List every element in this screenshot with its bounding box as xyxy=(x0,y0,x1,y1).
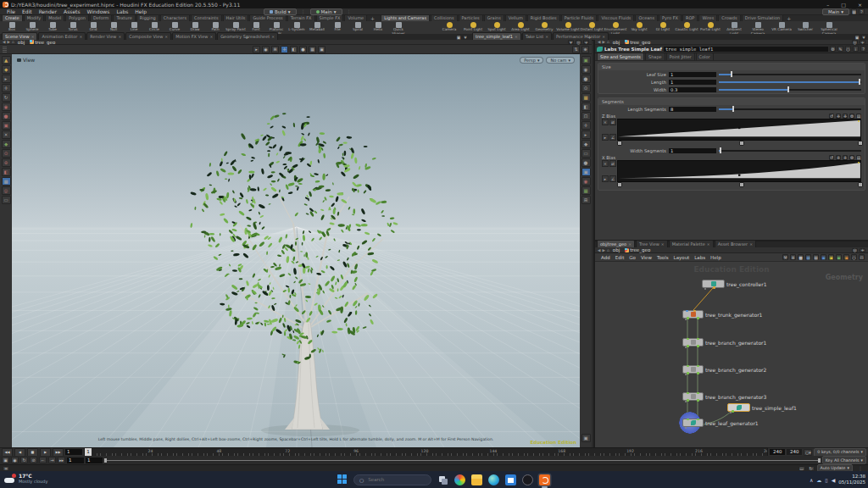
maximize-button[interactable]: □ xyxy=(841,2,846,8)
ramp-type-icon[interactable]: ∠ xyxy=(609,175,616,182)
path-context[interactable]: obj xyxy=(611,40,621,45)
prev-frame-button[interactable]: ◀ xyxy=(14,448,25,457)
close-tab-icon[interactable]: × xyxy=(31,35,35,39)
search-input[interactable] xyxy=(366,476,429,483)
app-icon[interactable] xyxy=(522,474,533,485)
edge-browser-icon[interactable] xyxy=(488,474,499,485)
display-icon[interactable]: ⊡ xyxy=(859,254,865,260)
forward-icon[interactable]: ▶ xyxy=(602,248,604,252)
ramp-delete-icon[interactable]: × xyxy=(602,119,609,125)
network-pane-tab[interactable]: obj/tree_geo× xyxy=(597,240,635,247)
shelf-tab[interactable]: Characters xyxy=(160,15,190,21)
color-orange-icon[interactable]: ▣ xyxy=(843,254,849,260)
input-connector[interactable] xyxy=(686,310,688,313)
back-icon[interactable]: ◀ xyxy=(598,248,600,252)
audio-toggle-icon[interactable]: ◉ xyxy=(11,457,19,463)
info-icon[interactable]: i xyxy=(853,46,859,52)
cook-icon[interactable]: ↻ xyxy=(808,466,815,471)
shelf-tool[interactable]: Spherical Camera xyxy=(817,21,841,35)
photos-app-icon[interactable] xyxy=(454,474,465,485)
ramp-point-icon[interactable]: ▸ xyxy=(602,134,609,141)
node-name-field[interactable]: tree_simple_leaf1 xyxy=(664,47,828,52)
node-trunk-generator[interactable]: tree_trunk_generator1 xyxy=(682,310,704,319)
ramp-presets-icon[interactable]: ▤ xyxy=(856,155,861,160)
node-branch-generator3[interactable]: tree_branch_generator3 xyxy=(682,392,704,401)
home-icon[interactable]: ⌂ xyxy=(607,40,609,44)
selected-tool-icon[interactable]: ▦ xyxy=(2,177,11,186)
output-connector[interactable] xyxy=(687,317,689,319)
range-end-field[interactable]: 240 xyxy=(770,449,785,455)
path-plus-icon[interactable]: + xyxy=(583,40,589,44)
output-connector[interactable] xyxy=(713,286,715,289)
shelf-tool[interactable]: Switcher xyxy=(793,21,817,35)
forward-icon[interactable]: ▶ xyxy=(7,40,9,44)
param-tab[interactable]: Color xyxy=(696,53,714,60)
file-explorer-icon[interactable] xyxy=(471,474,482,485)
shelf-tool[interactable]: Camera xyxy=(437,21,461,35)
shelf-tab[interactable]: Particle Fluids xyxy=(561,15,598,21)
close-tab-icon[interactable]: × xyxy=(271,35,275,39)
shelf-tool[interactable]: Helix xyxy=(368,21,388,35)
ramp-move-icon[interactable]: ✛ xyxy=(836,155,841,160)
close-tab-icon[interactable]: × xyxy=(164,35,168,39)
playback-range-slider[interactable] xyxy=(104,457,821,463)
network-menu-item[interactable]: Help xyxy=(708,255,724,260)
output-connector[interactable] xyxy=(687,345,689,347)
network-menu-item[interactable]: Go xyxy=(626,255,638,260)
ramp-reset-icon[interactable]: ↺ xyxy=(829,155,834,160)
shelf-tab[interactable]: Grains xyxy=(484,15,504,21)
range-start-field[interactable]: 1 xyxy=(67,458,84,463)
close-tab-icon[interactable]: × xyxy=(661,242,665,247)
step-option-icon[interactable]: ⌐ xyxy=(39,457,47,463)
substep-field[interactable]: 1 xyxy=(86,458,103,463)
param-tab[interactable]: Size and Segments xyxy=(597,53,644,60)
back-icon[interactable]: ◀ xyxy=(598,40,600,44)
rotate-tool-icon[interactable]: ↻ xyxy=(2,93,11,102)
input-connector[interactable] xyxy=(697,419,699,421)
current-frame-field[interactable]: 1 xyxy=(65,449,82,455)
wireframe-icon[interactable]: ◧ xyxy=(581,103,591,111)
network-pane-tab[interactable]: Material Palette× xyxy=(669,240,714,247)
shelf-tab[interactable]: Guide Process xyxy=(249,15,286,21)
close-tab-icon[interactable]: × xyxy=(545,35,548,39)
keys-dropdown[interactable]: 0 keys, 0/0 channels▾ xyxy=(814,448,866,457)
node-branch-generator2[interactable]: tree_branch_generator2 xyxy=(682,365,704,374)
pane-tab[interactable]: Render View× xyxy=(86,32,125,40)
shelf-tab[interactable]: Constraints xyxy=(191,15,222,21)
menu-item[interactable]: Render xyxy=(36,8,60,14)
menu-item[interactable]: Assets xyxy=(60,8,84,14)
pane-tab[interactable]: Performance Monitor× xyxy=(553,32,609,40)
path-context[interactable]: obj xyxy=(16,40,26,45)
shelf-tab[interactable]: Lights and Cameras xyxy=(381,15,430,21)
ramp-flip-icon[interactable]: ⇄ xyxy=(609,119,616,125)
network-menu-item[interactable]: Add xyxy=(598,255,613,260)
ramp-markers[interactable] xyxy=(617,141,861,145)
length-field[interactable]: 1 xyxy=(669,80,716,85)
shelf-tool[interactable]: Quick Shapes xyxy=(388,21,409,35)
tools-icon[interactable]: ⚒ xyxy=(782,254,788,260)
shelf-tool[interactable]: File xyxy=(327,21,348,35)
view-tool-icon[interactable]: ▭ xyxy=(2,196,11,204)
pane-dropdown-icon[interactable]: ▾ xyxy=(463,35,468,39)
pane-tab[interactable]: Motion FX View× xyxy=(172,32,216,40)
input-connector[interactable] xyxy=(687,365,689,368)
pane-tab[interactable]: tree_simple_leaf1× xyxy=(472,32,521,40)
input-connector[interactable] xyxy=(693,310,696,313)
output-connector[interactable] xyxy=(697,372,699,374)
particles-icon[interactable]: ▸ xyxy=(581,130,591,139)
close-tab-icon[interactable]: × xyxy=(707,242,710,247)
memory-icon[interactable]: ▭ xyxy=(798,466,805,471)
range-lock-icon[interactable]: ▸▸ xyxy=(58,457,65,463)
node-tree-controller[interactable]: tree_controller1 xyxy=(702,280,725,288)
width-slider[interactable] xyxy=(719,86,861,92)
shelf-tab[interactable]: Volume xyxy=(344,15,367,21)
message-log-icon[interactable]: ≡ xyxy=(3,466,9,471)
magnet1-icon[interactable]: ⊙ xyxy=(2,149,11,158)
shelf-tab[interactable]: Texture xyxy=(113,15,135,21)
shelf-tab[interactable]: ROP xyxy=(682,15,698,21)
pane-menu-icon[interactable]: ▣ xyxy=(854,35,860,39)
network-menu-item[interactable]: View xyxy=(638,255,654,260)
select-tool-icon[interactable]: ▸ xyxy=(2,75,11,83)
network-menu-item[interactable]: Edit xyxy=(613,255,627,260)
viewport-tool-icon[interactable]: ▦ xyxy=(309,46,316,53)
